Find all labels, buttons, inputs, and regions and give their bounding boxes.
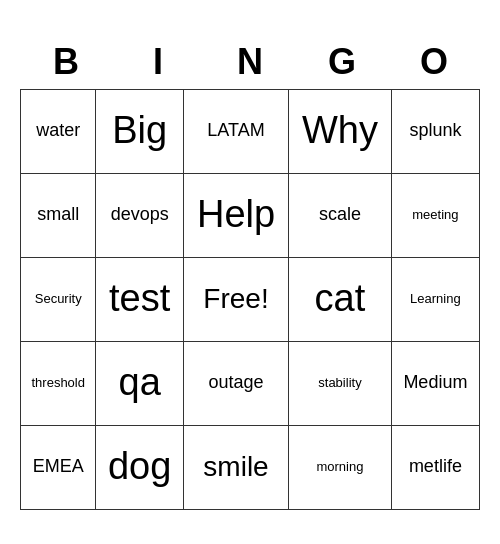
header-letter: I: [112, 35, 204, 89]
table-row: SecuritytestFree!catLearning: [21, 257, 480, 341]
cell-text: test: [100, 278, 178, 320]
bingo-cell: Why: [289, 89, 392, 173]
cell-text: qa: [100, 362, 178, 404]
bingo-cell: Free!: [183, 257, 288, 341]
cell-text: dog: [100, 446, 178, 488]
cell-text: LATAM: [188, 121, 284, 141]
bingo-grid: waterBigLATAMWhysplunksmalldevopsHelpsca…: [20, 89, 480, 510]
cell-text: scale: [293, 205, 387, 225]
cell-text: devops: [100, 205, 178, 225]
bingo-cell: splunk: [391, 89, 479, 173]
header-letter: G: [296, 35, 388, 89]
bingo-cell: test: [96, 257, 183, 341]
bingo-cell: EMEA: [21, 425, 96, 509]
table-row: waterBigLATAMWhysplunk: [21, 89, 480, 173]
bingo-cell: Security: [21, 257, 96, 341]
bingo-cell: threshold: [21, 341, 96, 425]
bingo-cell: LATAM: [183, 89, 288, 173]
bingo-cell: Help: [183, 173, 288, 257]
cell-text: stability: [293, 376, 387, 390]
cell-text: threshold: [25, 376, 91, 390]
cell-text: Why: [293, 110, 387, 152]
bingo-cell: outage: [183, 341, 288, 425]
bingo-cell: meeting: [391, 173, 479, 257]
table-row: smalldevopsHelpscalemeeting: [21, 173, 480, 257]
cell-text: metlife: [396, 457, 475, 477]
header-letter: N: [204, 35, 296, 89]
bingo-cell: scale: [289, 173, 392, 257]
cell-text: Security: [25, 292, 91, 306]
cell-text: Free!: [188, 284, 284, 315]
cell-text: meeting: [396, 208, 475, 222]
bingo-header: BINGO: [20, 35, 480, 89]
bingo-cell: stability: [289, 341, 392, 425]
cell-text: EMEA: [25, 457, 91, 477]
cell-text: Medium: [396, 373, 475, 393]
cell-text: smile: [188, 452, 284, 483]
header-letter: O: [388, 35, 480, 89]
bingo-cell: devops: [96, 173, 183, 257]
bingo-cell: metlife: [391, 425, 479, 509]
cell-text: morning: [293, 460, 387, 474]
cell-text: outage: [188, 373, 284, 393]
cell-text: Help: [188, 194, 284, 236]
bingo-cell: Medium: [391, 341, 479, 425]
cell-text: cat: [293, 278, 387, 320]
cell-text: Big: [100, 110, 178, 152]
cell-text: water: [25, 121, 91, 141]
header-letter: B: [20, 35, 112, 89]
bingo-cell: morning: [289, 425, 392, 509]
cell-text: splunk: [396, 121, 475, 141]
bingo-cell: dog: [96, 425, 183, 509]
bingo-cell: smile: [183, 425, 288, 509]
cell-text: small: [25, 205, 91, 225]
bingo-cell: Learning: [391, 257, 479, 341]
bingo-cell: small: [21, 173, 96, 257]
cell-text: Learning: [396, 292, 475, 306]
bingo-cell: qa: [96, 341, 183, 425]
bingo-cell: cat: [289, 257, 392, 341]
bingo-cell: water: [21, 89, 96, 173]
table-row: EMEAdogsmilemorningmetlife: [21, 425, 480, 509]
bingo-cell: Big: [96, 89, 183, 173]
table-row: thresholdqaoutagestabilityMedium: [21, 341, 480, 425]
